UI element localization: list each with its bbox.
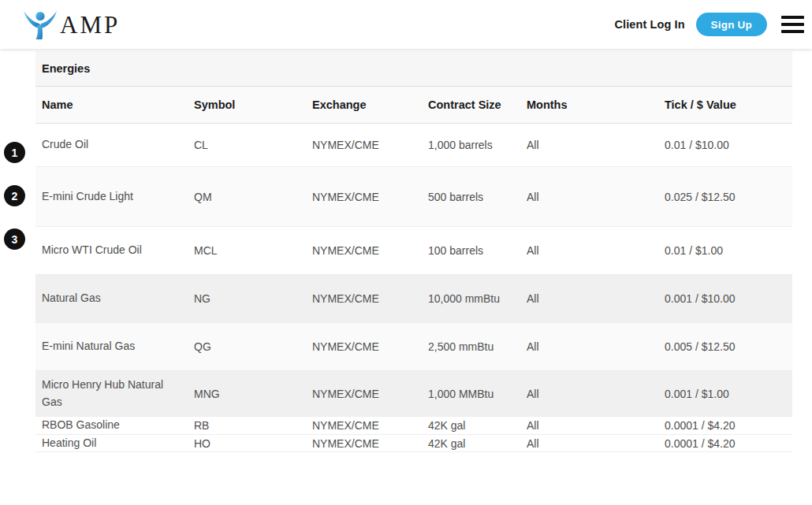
- cell-months: All: [527, 244, 665, 257]
- cell-months: All: [527, 191, 665, 203]
- cell-contract-size: 500 barrels: [428, 191, 527, 203]
- table-row-emini-crude-light: E-mini Crude Light QM NYMEX/CME 500 barr…: [35, 167, 792, 227]
- column-header-contract-size: Contract Size: [428, 98, 527, 111]
- table-column-header-row: Name Symbol Exchange Contract Size Month…: [35, 87, 792, 124]
- amp-logo-text: AMP: [60, 13, 120, 37]
- cell-months: All: [527, 437, 665, 450]
- cell-contract-size: 100 barrels: [428, 244, 527, 257]
- cell-symbol: MNG: [194, 388, 312, 400]
- cell-contract-size: 42K gal: [428, 419, 527, 432]
- table-row-rbob-gasoline: RBOB Gasoline RB NYMEX/CME 42K gal All 0…: [35, 417, 792, 435]
- cell-tick-value: 0.001 / $1.00: [665, 388, 792, 400]
- table-row-emini-natural-gas: E-mini Natural Gas QG NYMEX/CME 2,500 mm…: [35, 323, 792, 371]
- table-row-heating-oil: Heating Oil HO NYMEX/CME 42K gal All 0.0…: [35, 435, 792, 453]
- cell-symbol: MCL: [194, 244, 312, 257]
- header-actions: Client Log In Sign Up: [615, 13, 806, 36]
- cell-tick-value: 0.025 / $12.50: [665, 191, 792, 203]
- cell-name: Crude Oil: [42, 136, 194, 154]
- cell-months: All: [527, 388, 665, 400]
- cell-exchange: NYMEX/CME: [312, 419, 428, 432]
- cell-months: All: [527, 292, 665, 305]
- cell-exchange: NYMEX/CME: [312, 388, 428, 400]
- column-header-tick-value: Tick / $ Value: [665, 98, 792, 111]
- table-row-micro-wti-crude-oil: Micro WTI Crude Oil MCL NYMEX/CME 100 ba…: [35, 227, 792, 275]
- cell-tick-value: 0.0001 / $4.20: [665, 437, 792, 450]
- cell-symbol: RB: [194, 419, 312, 432]
- cell-name: RBOB Gasoline: [42, 417, 194, 434]
- cell-name: Micro WTI Crude Oil: [42, 242, 194, 259]
- cell-symbol: HO: [194, 437, 312, 450]
- cell-months: All: [527, 419, 665, 432]
- cell-tick-value: 0.001 / $10.00: [665, 292, 792, 305]
- cell-contract-size: 1,000 barrels: [428, 139, 527, 151]
- cell-symbol: QM: [194, 191, 312, 203]
- annotation-badge-1: 1: [4, 142, 25, 163]
- cell-name: Heating Oil: [42, 435, 194, 452]
- cell-tick-value: 0.0001 / $4.20: [665, 419, 792, 432]
- table-row-natural-gas: Natural Gas NG NYMEX/CME 10,000 mmBtu Al…: [35, 275, 792, 323]
- hamburger-menu-icon[interactable]: [780, 13, 806, 36]
- table-group-header: Energies: [35, 51, 792, 87]
- cell-months: All: [527, 139, 665, 151]
- column-header-exchange: Exchange: [312, 98, 428, 111]
- cell-exchange: NYMEX/CME: [312, 191, 428, 203]
- site-header: AMP Client Log In Sign Up: [0, 0, 812, 49]
- cell-contract-size: 10,000 mmBtu: [428, 292, 527, 305]
- cell-tick-value: 0.01 / $1.00: [665, 244, 792, 257]
- page-main: 1 2 3 Energies Name Symbol Exchange Cont…: [0, 51, 812, 505]
- column-header-symbol: Symbol: [194, 98, 312, 111]
- cell-contract-size: 1,000 MMBtu: [428, 388, 527, 400]
- hamburger-bar: [781, 23, 804, 26]
- cell-exchange: NYMEX/CME: [312, 244, 428, 257]
- cell-contract-size: 2,500 mmBtu: [428, 340, 527, 353]
- cell-tick-value: 0.01 / $10.00: [665, 139, 792, 151]
- annotation-badge-2: 2: [4, 185, 25, 206]
- cell-name: E-mini Natural Gas: [42, 338, 194, 355]
- cell-symbol: CL: [194, 139, 312, 151]
- cell-symbol: QG: [194, 340, 312, 353]
- hamburger-bar: [781, 16, 804, 19]
- cell-contract-size: 42K gal: [428, 437, 527, 450]
- signup-button[interactable]: Sign Up: [696, 13, 767, 36]
- annotation-badge-3: 3: [4, 228, 25, 250]
- amp-logo-icon: [22, 9, 58, 40]
- energies-spec-table: Energies Name Symbol Exchange Contract S…: [35, 51, 792, 452]
- cell-exchange: NYMEX/CME: [312, 292, 428, 305]
- cell-exchange: NYMEX/CME: [312, 139, 428, 151]
- table-row-crude-oil: Crude Oil CL NYMEX/CME 1,000 barrels All…: [35, 124, 792, 167]
- cell-tick-value: 0.005 / $12.50: [665, 340, 792, 353]
- amp-logo[interactable]: AMP: [22, 9, 120, 40]
- cell-name: E-mini Crude Light: [42, 188, 194, 206]
- hamburger-bar: [781, 30, 804, 33]
- table-row-micro-henry-hub-natural-gas: Micro Henry Hub Natural Gas MNG NYMEX/CM…: [35, 371, 792, 417]
- cell-exchange: NYMEX/CME: [312, 437, 428, 450]
- cell-months: All: [527, 340, 665, 353]
- cell-symbol: NG: [194, 292, 312, 305]
- column-header-months: Months: [527, 98, 665, 111]
- cell-name: Micro Henry Hub Natural Gas: [42, 377, 194, 410]
- client-login-link[interactable]: Client Log In: [615, 18, 685, 31]
- cell-name: Natural Gas: [42, 290, 194, 307]
- column-header-name: Name: [42, 98, 194, 111]
- cell-exchange: NYMEX/CME: [312, 340, 428, 353]
